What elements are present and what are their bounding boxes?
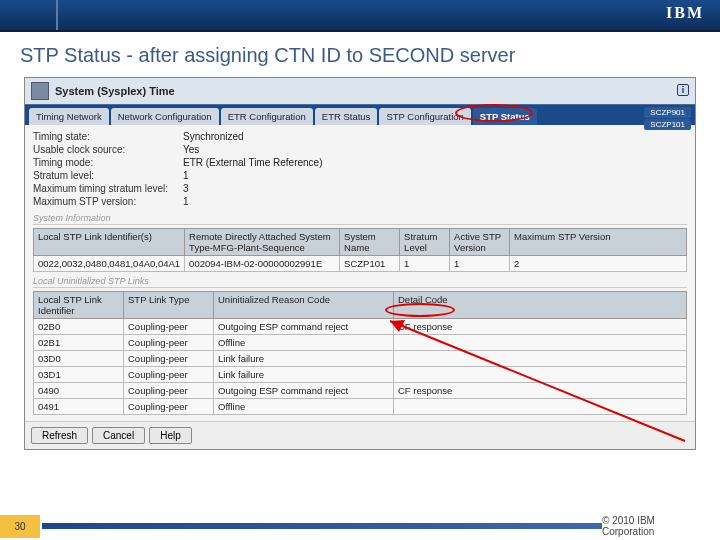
cell: Offline [214, 399, 394, 415]
col-header: Local STP Link Identifier [34, 292, 124, 319]
sysinfo-table: Local STP Link Identifier(s) Remote Dire… [33, 228, 687, 272]
tab-timing-network[interactable]: Timing Network [29, 108, 109, 125]
cell: Coupling-peer [124, 367, 214, 383]
top-bar: IBM [0, 0, 720, 32]
cell: 002094-IBM-02-00000002991E [185, 256, 340, 272]
cell: 1 [400, 256, 450, 272]
footer-bar [42, 523, 602, 529]
tab-network-configuration[interactable]: Network Configuration [111, 108, 219, 125]
cell [394, 367, 687, 383]
cell: Outgoing ESP command reject [214, 383, 394, 399]
tabs-row: Timing Network Network Configuration ETR… [25, 105, 695, 125]
status-value: 1 [183, 170, 687, 181]
panel-header: System (Sysplex) Time i [25, 78, 695, 105]
cell: SCZP101 [340, 256, 400, 272]
cell: Coupling-peer [124, 351, 214, 367]
page-number: 30 [0, 515, 40, 538]
server-labels: SCZP901 SCZP101 [644, 107, 691, 130]
sysplex-icon [31, 82, 49, 100]
cell: 02B1 [34, 335, 124, 351]
table-header-row: Local STP Link Identifier STP Link Type … [34, 292, 687, 319]
slide-title: STP Status - after assigning CTN ID to S… [0, 32, 720, 77]
status-grid: Timing state:Synchronized Usable clock s… [33, 131, 687, 207]
col-header: Local STP Link Identifier(s) [34, 229, 185, 256]
col-header: Remote Directly Attached System Type-MFG… [185, 229, 340, 256]
panel-title: System (Sysplex) Time [55, 85, 175, 97]
cell: 03D1 [34, 367, 124, 383]
cell: Offline [214, 335, 394, 351]
tab-etr-status[interactable]: ETR Status [315, 108, 378, 125]
cell: 02B0 [34, 319, 124, 335]
uninit-table: Local STP Link Identifier STP Link Type … [33, 291, 687, 415]
col-header: Stratum Level [400, 229, 450, 256]
col-header: STP Link Type [124, 292, 214, 319]
col-header: Detail Code [394, 292, 687, 319]
status-label: Stratum level: [33, 170, 183, 181]
ibm-logo: IBM [666, 4, 704, 22]
cell: 0491 [34, 399, 124, 415]
status-value: 3 [183, 183, 687, 194]
status-label: Usable clock source: [33, 144, 183, 155]
cell [394, 399, 687, 415]
refresh-button[interactable]: Refresh [31, 427, 88, 444]
col-header: Uninitialized Reason Code [214, 292, 394, 319]
table-row[interactable]: 0491Coupling-peerOffline [34, 399, 687, 415]
cell [394, 351, 687, 367]
status-value: Yes [183, 144, 687, 155]
table-header-row: Local STP Link Identifier(s) Remote Dire… [34, 229, 687, 256]
cell: 2 [510, 256, 687, 272]
server-label-2: SCZP101 [644, 119, 691, 130]
table-row[interactable]: 0022,0032,0480,0481,04A0,04A1 002094-IBM… [34, 256, 687, 272]
cell [394, 335, 687, 351]
status-label: Maximum timing stratum level: [33, 183, 183, 194]
col-header: System Name [340, 229, 400, 256]
cell: 0490 [34, 383, 124, 399]
cell: CF response [394, 383, 687, 399]
cell: CF response [394, 319, 687, 335]
cell: Coupling-peer [124, 399, 214, 415]
table-row[interactable]: 03D1Coupling-peerLink failure [34, 367, 687, 383]
table-row[interactable]: 02B0Coupling-peerOutgoing ESP command re… [34, 319, 687, 335]
table-row[interactable]: 02B1Coupling-peerOffline [34, 335, 687, 351]
status-value: Synchronized [183, 131, 687, 142]
table-row[interactable]: 03D0Coupling-peerLink failure [34, 351, 687, 367]
status-value: 1 [183, 196, 687, 207]
status-value: ETR (External Time Reference) [183, 157, 687, 168]
tab-stp-status[interactable]: STP Status [473, 108, 537, 125]
section-system-information: System Information [33, 213, 687, 225]
footer: 30 © 2010 IBM Corporation [0, 512, 720, 540]
button-row: Refresh Cancel Help [25, 421, 695, 449]
cell: 03D0 [34, 351, 124, 367]
help-button[interactable]: Help [149, 427, 192, 444]
tab-etr-configuration[interactable]: ETR Configuration [221, 108, 313, 125]
table-row[interactable]: 0490Coupling-peerOutgoing ESP command re… [34, 383, 687, 399]
cell: Coupling-peer [124, 319, 214, 335]
cell: Outgoing ESP command reject [214, 319, 394, 335]
info-icon[interactable]: i [677, 84, 689, 96]
section-uninit-links: Local Uninitialized STP Links [33, 276, 687, 288]
copyright: © 2010 IBM Corporation [602, 515, 700, 537]
status-label: Maximum STP version: [33, 196, 183, 207]
server-label-1: SCZP901 [644, 107, 691, 118]
cell: Link failure [214, 367, 394, 383]
status-label: Timing mode: [33, 157, 183, 168]
divider [56, 0, 58, 30]
col-header: Maximum STP Version [510, 229, 687, 256]
cell: Coupling-peer [124, 383, 214, 399]
status-label: Timing state: [33, 131, 183, 142]
cell: Link failure [214, 351, 394, 367]
cancel-button[interactable]: Cancel [92, 427, 145, 444]
tab-stp-configuration[interactable]: STP Configuration [379, 108, 470, 125]
cell: Coupling-peer [124, 335, 214, 351]
col-header: Active STP Version [450, 229, 510, 256]
cell: 0022,0032,0480,0481,04A0,04A1 [34, 256, 185, 272]
panel-body: Timing state:Synchronized Usable clock s… [25, 125, 695, 421]
cell: 1 [450, 256, 510, 272]
panel: System (Sysplex) Time i Timing Network N… [24, 77, 696, 450]
